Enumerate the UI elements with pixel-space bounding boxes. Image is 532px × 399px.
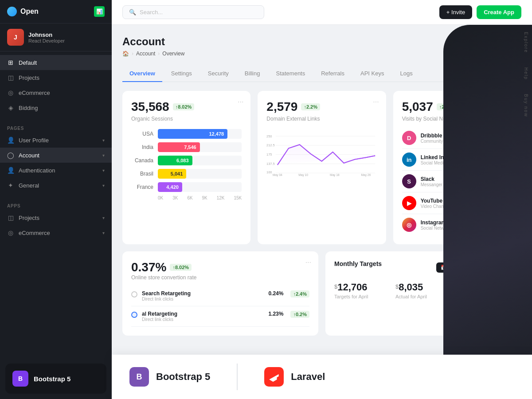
bar-row-brasil: Brasil 5,041 (131, 169, 242, 179)
tab-api-keys[interactable]: API Keys (353, 66, 391, 82)
sessions-label: Organic Sessions (131, 116, 242, 122)
avatar: J (7, 29, 24, 46)
linkedin-icon: in (402, 153, 416, 167)
svg-text:175: 175 (266, 153, 272, 156)
tab-billing[interactable]: Billing (238, 66, 267, 82)
bootstrap-framework: B Bootstrap 5 (129, 367, 210, 387)
apps-ecommerce-icon: ◎ (7, 229, 14, 236)
sidebar: Open 📊 J Johnson React Developer ⊞ Defau… (0, 0, 112, 399)
retargeting-list: Search Retargeting Direct link clicks 0.… (131, 286, 309, 327)
sidebar-item-default[interactable]: ⊞ Default (0, 55, 112, 70)
tab-referrals[interactable]: Referrals (314, 66, 352, 82)
search-icon: 🔍 (129, 9, 136, 16)
sidebar-header: Open 📊 (0, 0, 112, 23)
bar-fill-france: 4,420 (158, 182, 182, 192)
invite-button[interactable]: + Invite (439, 5, 472, 19)
explore-label[interactable]: Explore (520, 25, 532, 60)
domain-links-value: 2,579 ↑2.2% (266, 100, 377, 114)
app-name: Open (20, 8, 39, 16)
topbar-actions: + Invite Create App (439, 5, 521, 19)
chevron-down-icon: ▾ (102, 183, 105, 188)
bar-fill-canada: 6,083 (158, 156, 192, 165)
sessions-value: 35,568 ↑8.02% (131, 100, 242, 114)
chevron-down-icon: ▾ (102, 153, 105, 158)
sidebar-item-authentication[interactable]: 👤 Authentication ▾ (0, 163, 112, 178)
monthly-title: Monthly Targets (334, 260, 382, 267)
svg-text:May 26: May 26 (361, 173, 371, 177)
card-menu-icon[interactable]: ··· (373, 98, 379, 106)
bar-chart: USA 12,478 India 7,546 Canada (131, 129, 242, 200)
breadcrumb-overview: Overview (162, 51, 184, 57)
conversion-value: 0.37% ↑8.02% (131, 260, 309, 274)
sidebar-item-label: Projects (19, 215, 39, 221)
sidebar-item-label: Projects (19, 74, 39, 81)
slack-icon: S (402, 174, 416, 188)
card-menu-icon[interactable]: ··· (305, 258, 311, 266)
sidebar-item-user-profile[interactable]: 👤 User Profile ▾ (0, 133, 112, 148)
retarget-circle-icon (131, 291, 137, 297)
bootstrap-name: Bootstrap 5 (156, 371, 210, 383)
tab-logs[interactable]: Logs (393, 66, 419, 82)
bar-fill-india: 7,546 (158, 142, 200, 152)
account-icon: ◯ (7, 152, 14, 159)
general-icon: ✦ (7, 182, 14, 189)
sidebar-item-bidding[interactable]: ◈ Bidding (0, 100, 112, 115)
breadcrumb-account: Account (136, 51, 155, 57)
conversion-badge: ↑8.02% (170, 264, 192, 271)
chevron-down-icon: ▾ (102, 231, 105, 235)
sidebar-item-apps-projects[interactable]: ◫ Projects ▾ (0, 210, 112, 225)
user-profile-section: J Johnson React Developer (0, 23, 112, 51)
tab-settings[interactable]: Settings (164, 66, 199, 82)
svg-text:100: 100 (266, 170, 272, 174)
pages-section-label: PAGES (0, 122, 112, 133)
workspaces-nav: ⊞ Default ◫ Projects ◎ eCommerce ◈ Biddi… (0, 51, 112, 119)
card-menu-icon[interactable]: ··· (238, 98, 243, 106)
buy-now-label[interactable]: Buy now (520, 87, 532, 124)
apps-nav: APPS ◫ Projects ▾ ◎ eCommerce ▾ (0, 196, 112, 244)
tab-security[interactable]: Security (201, 66, 236, 82)
bootstrap-icon: B (12, 371, 28, 387)
sidebar-item-label: Authentication (19, 167, 55, 174)
sidebar-item-label: Account (19, 152, 39, 159)
sidebar-item-label: Default (19, 59, 37, 66)
bar-axis: 0K3K6K9K12K15K (131, 196, 242, 200)
instagram-icon: ◎ (402, 218, 416, 232)
home-icon: 🏠 (122, 51, 129, 57)
sessions-badge: ↑8.02% (173, 103, 195, 110)
search-box[interactable]: 🔍 Search... (122, 5, 264, 19)
sidebar-item-general[interactable]: ✦ General ▾ (0, 178, 112, 193)
tab-overview[interactable]: Overview (122, 66, 162, 82)
user-name: Johnson (28, 31, 65, 38)
svg-text:May 18: May 18 (330, 173, 340, 177)
bar-row-india: India 7,546 (131, 142, 242, 152)
domain-links-badge: ↑2.2% (301, 103, 320, 110)
conversion-card: ··· 0.37% ↑8.02% Online store convertion… (122, 251, 318, 336)
laravel-icon (264, 367, 284, 387)
sidebar-item-projects[interactable]: ◫ Projects (0, 70, 112, 85)
svg-text:May 04: May 04 (273, 173, 282, 177)
svg-text:250: 250 (266, 134, 272, 138)
chart-icon[interactable]: 📊 (94, 6, 105, 17)
sidebar-item-label: eCommerce (19, 90, 50, 96)
framework-divider (237, 364, 238, 390)
sidebar-item-label: General (19, 182, 39, 189)
domain-links-label: Domain External Links (266, 116, 377, 122)
sidebar-item-ecommerce[interactable]: ◎ eCommerce (0, 85, 112, 100)
retarget-circle-icon (131, 312, 137, 318)
bar-fill-usa: 12,478 (158, 129, 227, 139)
apps-projects-icon: ◫ (7, 214, 14, 221)
line-chart: 250 212.5 175 137.5 100 (266, 127, 377, 182)
sidebar-item-apps-ecommerce[interactable]: ◎ eCommerce ▾ (0, 225, 112, 240)
bar-fill-brasil: 5,041 (158, 169, 186, 179)
help-label[interactable]: Help (520, 60, 532, 87)
tab-statements[interactable]: Statements (269, 66, 312, 82)
sidebar-item-account[interactable]: ◯ Account ▾ (0, 148, 112, 163)
user-profile-icon: 👤 (7, 137, 14, 144)
bar-row-canada: Canada 6,083 (131, 156, 242, 165)
create-app-button[interactable]: Create App (477, 5, 521, 19)
laravel-name: Laravel (291, 371, 325, 383)
dribbble-icon: D (402, 131, 416, 145)
chevron-down-icon: ▾ (102, 168, 105, 173)
youtube-icon: ▶ (402, 196, 416, 210)
line-chart-svg: 250 212.5 175 137.5 100 (266, 127, 377, 180)
